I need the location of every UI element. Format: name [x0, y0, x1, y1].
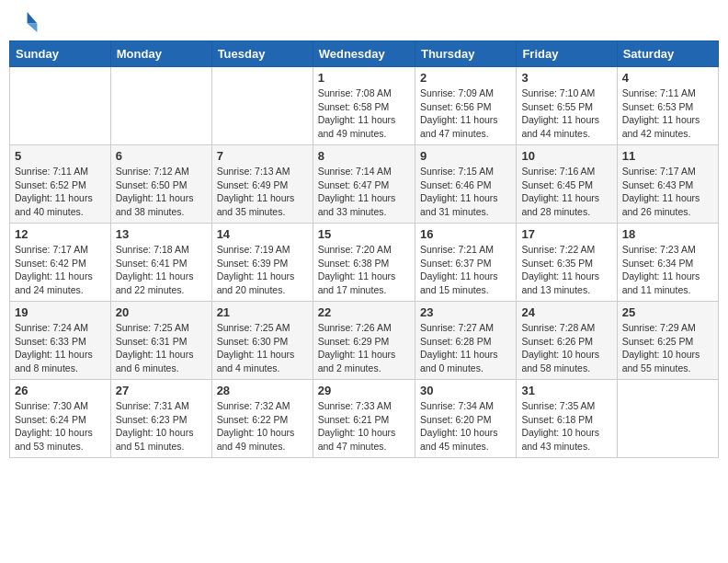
day-number: 19: [15, 305, 106, 319]
calendar-cell: 16Sunrise: 7:21 AM Sunset: 6:37 PM Dayli…: [415, 224, 516, 302]
day-info: Sunrise: 7:25 AM Sunset: 6:31 PM Dayligh…: [116, 321, 207, 375]
day-number: 4: [622, 71, 713, 85]
calendar-cell: 9Sunrise: 7:15 AM Sunset: 6:46 PM Daylig…: [415, 145, 516, 224]
calendar-cell: 2Sunrise: 7:09 AM Sunset: 6:56 PM Daylig…: [415, 67, 516, 145]
day-info: Sunrise: 7:16 AM Sunset: 6:45 PM Dayligh…: [521, 165, 611, 219]
calendar-cell: 28Sunrise: 7:32 AM Sunset: 6:22 PM Dayli…: [211, 380, 313, 458]
calendar-cell: 6Sunrise: 7:12 AM Sunset: 6:50 PM Daylig…: [110, 145, 211, 224]
day-number: 10: [521, 149, 611, 163]
day-info: Sunrise: 7:14 AM Sunset: 6:47 PM Dayligh…: [318, 165, 410, 219]
calendar-cell: 17Sunrise: 7:22 AM Sunset: 6:35 PM Dayli…: [517, 224, 617, 302]
calendar-cell: 25Sunrise: 7:29 AM Sunset: 6:25 PM Dayli…: [617, 302, 718, 380]
day-number: 6: [116, 149, 207, 163]
calendar-cell: 21Sunrise: 7:25 AM Sunset: 6:30 PM Dayli…: [211, 302, 313, 380]
day-number: 7: [217, 149, 308, 163]
day-number: 13: [116, 227, 207, 241]
day-info: Sunrise: 7:22 AM Sunset: 6:35 PM Dayligh…: [521, 243, 611, 297]
day-number: 27: [116, 384, 207, 397]
calendar-cell: 3Sunrise: 7:10 AM Sunset: 6:55 PM Daylig…: [517, 67, 617, 145]
day-info: Sunrise: 7:11 AM Sunset: 6:53 PM Dayligh…: [622, 86, 713, 141]
calendar-cell: 13Sunrise: 7:18 AM Sunset: 6:41 PM Dayli…: [110, 224, 211, 302]
calendar-cell: 8Sunrise: 7:14 AM Sunset: 6:47 PM Daylig…: [313, 145, 415, 224]
calendar-cell: 5Sunrise: 7:11 AM Sunset: 6:52 PM Daylig…: [10, 145, 111, 224]
calendar-table: SundayMondayTuesdayWednesdayThursdayFrid…: [9, 40, 719, 458]
day-number: 18: [622, 227, 713, 241]
day-number: 29: [318, 384, 410, 397]
calendar-week-row: 12Sunrise: 7:17 AM Sunset: 6:42 PM Dayli…: [10, 224, 719, 302]
calendar-week-row: 19Sunrise: 7:24 AM Sunset: 6:33 PM Dayli…: [10, 302, 719, 380]
logo: [13, 9, 40, 35]
day-number: 16: [420, 227, 511, 241]
day-info: Sunrise: 7:24 AM Sunset: 6:33 PM Dayligh…: [15, 321, 106, 375]
day-number: 17: [521, 227, 611, 241]
day-info: Sunrise: 7:25 AM Sunset: 6:30 PM Dayligh…: [217, 321, 308, 375]
calendar-cell: 14Sunrise: 7:19 AM Sunset: 6:39 PM Dayli…: [211, 224, 313, 302]
day-info: Sunrise: 7:23 AM Sunset: 6:34 PM Dayligh…: [622, 243, 713, 297]
day-number: 31: [521, 384, 611, 397]
calendar-cell: 27Sunrise: 7:31 AM Sunset: 6:23 PM Dayli…: [110, 380, 211, 458]
calendar-cell: 7Sunrise: 7:13 AM Sunset: 6:49 PM Daylig…: [211, 145, 313, 224]
day-number: 12: [15, 227, 106, 241]
day-info: Sunrise: 7:27 AM Sunset: 6:28 PM Dayligh…: [420, 321, 511, 375]
calendar-cell: 15Sunrise: 7:20 AM Sunset: 6:38 PM Dayli…: [313, 224, 415, 302]
day-number: 2: [420, 71, 511, 85]
day-number: 23: [420, 305, 511, 319]
day-number: 28: [217, 384, 308, 397]
day-info: Sunrise: 7:32 AM Sunset: 6:22 PM Dayligh…: [217, 399, 308, 454]
day-info: Sunrise: 7:09 AM Sunset: 6:56 PM Dayligh…: [420, 86, 511, 141]
day-number: 30: [420, 384, 511, 397]
day-info: Sunrise: 7:28 AM Sunset: 6:26 PM Dayligh…: [521, 321, 611, 375]
calendar-cell: 19Sunrise: 7:24 AM Sunset: 6:33 PM Dayli…: [10, 302, 111, 380]
day-number: 5: [15, 149, 106, 163]
day-number: 3: [521, 71, 611, 85]
day-info: Sunrise: 7:20 AM Sunset: 6:38 PM Dayligh…: [318, 243, 410, 297]
calendar-cell: 31Sunrise: 7:35 AM Sunset: 6:18 PM Dayli…: [517, 380, 617, 458]
day-number: 24: [521, 305, 611, 319]
day-number: 15: [318, 227, 410, 241]
calendar-cell: 22Sunrise: 7:26 AM Sunset: 6:29 PM Dayli…: [313, 302, 415, 380]
day-info: Sunrise: 7:17 AM Sunset: 6:42 PM Dayligh…: [15, 243, 106, 297]
column-header-thursday: Thursday: [415, 41, 516, 67]
calendar-cell: 12Sunrise: 7:17 AM Sunset: 6:42 PM Dayli…: [10, 224, 111, 302]
day-info: Sunrise: 7:29 AM Sunset: 6:25 PM Dayligh…: [622, 321, 713, 375]
day-info: Sunrise: 7:10 AM Sunset: 6:55 PM Dayligh…: [521, 86, 611, 141]
calendar-cell: [617, 380, 718, 458]
day-info: Sunrise: 7:18 AM Sunset: 6:41 PM Dayligh…: [116, 243, 207, 297]
calendar-cell: 24Sunrise: 7:28 AM Sunset: 6:26 PM Dayli…: [517, 302, 617, 380]
day-number: 1: [318, 71, 410, 85]
calendar-week-row: 26Sunrise: 7:30 AM Sunset: 6:24 PM Dayli…: [10, 380, 719, 458]
day-info: Sunrise: 7:34 AM Sunset: 6:20 PM Dayligh…: [420, 399, 511, 454]
day-info: Sunrise: 7:30 AM Sunset: 6:24 PM Dayligh…: [15, 399, 106, 454]
calendar-week-row: 5Sunrise: 7:11 AM Sunset: 6:52 PM Daylig…: [10, 145, 719, 224]
calendar-cell: 20Sunrise: 7:25 AM Sunset: 6:31 PM Dayli…: [110, 302, 211, 380]
day-info: Sunrise: 7:11 AM Sunset: 6:52 PM Dayligh…: [15, 165, 106, 219]
page-header: [9, 9, 719, 35]
day-number: 26: [15, 384, 106, 397]
calendar-cell: [211, 67, 313, 145]
calendar-cell: 23Sunrise: 7:27 AM Sunset: 6:28 PM Dayli…: [415, 302, 516, 380]
day-info: Sunrise: 7:13 AM Sunset: 6:49 PM Dayligh…: [217, 165, 308, 219]
column-header-wednesday: Wednesday: [313, 41, 415, 67]
column-header-sunday: Sunday: [10, 41, 111, 67]
day-info: Sunrise: 7:35 AM Sunset: 6:18 PM Dayligh…: [521, 399, 611, 454]
calendar-cell: 1Sunrise: 7:08 AM Sunset: 6:58 PM Daylig…: [313, 67, 415, 145]
day-number: 20: [116, 305, 207, 319]
svg-marker-0: [28, 12, 38, 23]
calendar-cell: 29Sunrise: 7:33 AM Sunset: 6:21 PM Dayli…: [313, 380, 415, 458]
logo-icon: [13, 9, 39, 35]
calendar-cell: 18Sunrise: 7:23 AM Sunset: 6:34 PM Dayli…: [617, 224, 718, 302]
day-info: Sunrise: 7:19 AM Sunset: 6:39 PM Dayligh…: [217, 243, 308, 297]
day-number: 21: [217, 305, 308, 319]
column-header-saturday: Saturday: [617, 41, 718, 67]
day-info: Sunrise: 7:12 AM Sunset: 6:50 PM Dayligh…: [116, 165, 207, 219]
day-number: 22: [318, 305, 410, 319]
column-header-monday: Monday: [110, 41, 211, 67]
calendar-cell: 4Sunrise: 7:11 AM Sunset: 6:53 PM Daylig…: [617, 67, 718, 145]
calendar-cell: [10, 67, 111, 145]
column-header-tuesday: Tuesday: [211, 41, 313, 67]
day-info: Sunrise: 7:21 AM Sunset: 6:37 PM Dayligh…: [420, 243, 511, 297]
calendar-cell: 30Sunrise: 7:34 AM Sunset: 6:20 PM Dayli…: [415, 380, 516, 458]
calendar-cell: 10Sunrise: 7:16 AM Sunset: 6:45 PM Dayli…: [517, 145, 617, 224]
day-info: Sunrise: 7:33 AM Sunset: 6:21 PM Dayligh…: [318, 399, 410, 454]
day-number: 25: [622, 305, 713, 319]
